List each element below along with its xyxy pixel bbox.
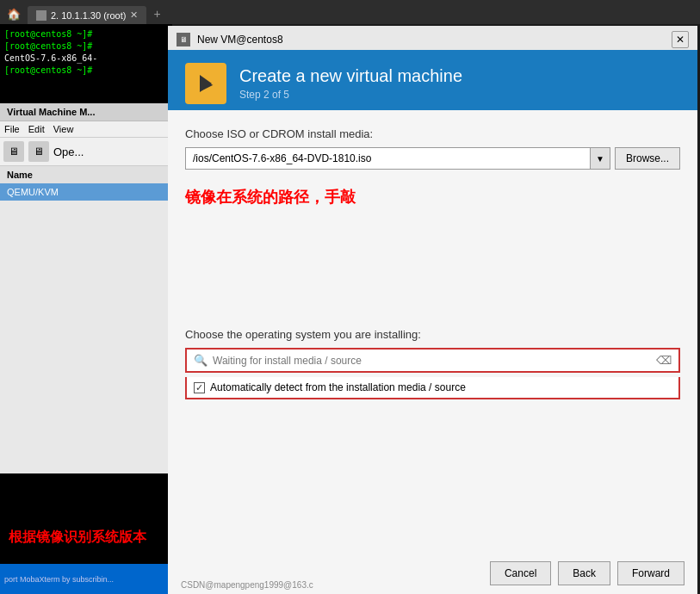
- header-text: Create a new virtual machine Step 2 of 5: [239, 66, 462, 101]
- auto-detect-label: Automatically detect from the installati…: [210, 381, 466, 393]
- iso-input-row: ▼ Browse...: [185, 147, 680, 170]
- active-tab-label: 2. 10.1.1.30 (root): [51, 10, 126, 21]
- home-icon: 🏠: [7, 8, 21, 21]
- search-icon: 🔍: [194, 354, 208, 367]
- vm-list-item-qemu[interactable]: QEMU/KVM: [0, 183, 172, 201]
- terminal-line-1: [root@centos8 ~]#: [4, 28, 168, 40]
- active-tab[interactable]: 2. 10.1.1.30 (root) ✕: [28, 6, 146, 24]
- cancel-button[interactable]: Cancel: [490, 561, 551, 585]
- vm-toolbar-icon-1: 🖥: [3, 141, 24, 162]
- terminal-line-4: [root@centos8 ~]#: [4, 65, 168, 77]
- iso-section-label: Choose ISO or CDROM install media:: [185, 127, 680, 140]
- menu-file[interactable]: File: [4, 124, 20, 134]
- vm-wizard-icon: ▶: [185, 63, 226, 104]
- terminal-line-3: CentOS-7.6-x86_64-: [4, 53, 168, 65]
- dialog-title-left: 🖥 New VM@centos8: [177, 33, 283, 46]
- iso-input-group: ▼: [185, 147, 610, 170]
- terminal-line-2: [root@centos8 ~]#: [4, 40, 168, 53]
- os-search-input[interactable]: [213, 355, 651, 367]
- tab-bar: 🏠 2. 10.1.1.30 (root) ✕ +: [0, 0, 700, 24]
- menu-view[interactable]: View: [53, 124, 74, 134]
- vm-name-header: Name: [0, 166, 172, 183]
- vm-manager-panel: Virtual Machine M... File Edit View 🖥 🖥 …: [0, 103, 172, 473]
- spacer: [185, 225, 680, 328]
- dialog-title-text: New VM@centos8: [197, 34, 283, 46]
- clear-search-icon[interactable]: ⌫: [656, 354, 672, 367]
- dialog-body: Choose ISO or CDROM install media: ▼ Bro…: [168, 110, 697, 553]
- tab-close-button[interactable]: ✕: [130, 9, 138, 21]
- play-icon: ▶: [200, 73, 213, 94]
- vm-toolbar-icon-2: 🖥: [28, 141, 49, 162]
- menu-edit[interactable]: Edit: [28, 124, 45, 134]
- watermark-text: CSDN@mapengpeng1999@163.c: [181, 580, 313, 590]
- iso-path-input[interactable]: [186, 148, 590, 169]
- vm-manager-title: Virtual Machine M...: [0, 103, 172, 121]
- add-tab-button[interactable]: +: [146, 3, 167, 24]
- virt-manager-icon: 🖥: [177, 33, 190, 46]
- bottom-annotation: 根据镜像识别系统版本: [0, 524, 168, 551]
- vm-menu-bar: File Edit View: [0, 121, 172, 138]
- auto-detect-checkbox[interactable]: ✓: [194, 382, 205, 393]
- vm-toolbar-open-label[interactable]: Ope...: [53, 145, 84, 158]
- bottom-status-bar: port MobaXterm by subscribin...: [0, 564, 168, 594]
- tab-vm-icon: [36, 10, 46, 21]
- dialog-close-button[interactable]: ✕: [672, 31, 689, 48]
- auto-detect-row: ✓ Automatically detect from the installa…: [185, 377, 680, 399]
- browse-button[interactable]: Browse...: [615, 147, 680, 170]
- dialog-main-title: Create a new virtual machine: [239, 66, 462, 86]
- os-section-label: Choose the operating system you are inst…: [185, 328, 680, 341]
- dialog-step-label: Step 2 of 5: [239, 89, 462, 101]
- dialog-header: ▶ Create a new virtual machine Step 2 of…: [168, 50, 697, 117]
- terminal-content: [root@centos8 ~]# [root@centos8 ~]# Cent…: [4, 28, 168, 77]
- bottom-bar-text: port MobaXterm by subscribin...: [4, 575, 114, 584]
- vm-toolbar: 🖥 🖥 Ope...: [0, 138, 172, 166]
- back-button[interactable]: Back: [558, 561, 610, 585]
- annotation-text: 镜像在系统的路径，手敲: [185, 187, 680, 207]
- forward-button[interactable]: Forward: [617, 561, 685, 585]
- os-search-box: 🔍 ⌫: [185, 348, 680, 373]
- iso-dropdown-button[interactable]: ▼: [590, 148, 610, 169]
- home-tab[interactable]: 🏠: [0, 4, 28, 24]
